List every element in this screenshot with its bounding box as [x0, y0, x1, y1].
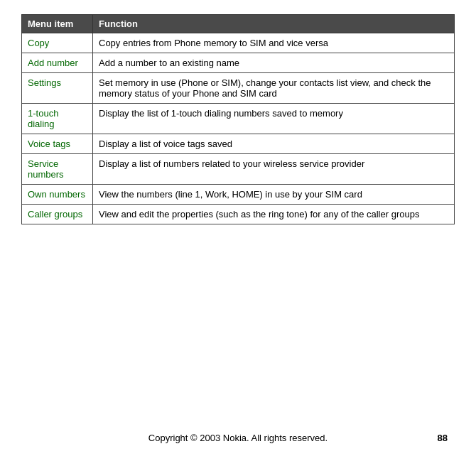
- table-row: Own numbersView the numbers (line 1, Wor…: [22, 185, 455, 205]
- function-cell: Set memory in use (Phone or SIM), change…: [93, 73, 455, 104]
- function-cell: Add a number to an existing name: [93, 53, 455, 73]
- menu-item-cell: Service numbers: [22, 154, 93, 185]
- table-row: 1-touch dialingDisplay the list of 1-tou…: [22, 104, 455, 134]
- header-menu-item: Menu item: [22, 15, 93, 33]
- footer: Copyright © 2003 Nokia. All rights reser…: [0, 418, 476, 443]
- menu-item-cell: Copy: [22, 33, 93, 53]
- menu-item-cell: Add number: [22, 53, 93, 73]
- header-function: Function: [93, 15, 455, 33]
- table-row: CopyCopy entries from Phone memory to SI…: [22, 33, 455, 53]
- menu-item-cell: Caller groups: [22, 205, 93, 224]
- menu-item-cell: 1-touch dialing: [22, 104, 93, 134]
- menu-item-cell: Settings: [22, 73, 93, 104]
- function-cell: Display a list of numbers related to you…: [93, 154, 455, 185]
- page-number: 88: [438, 433, 448, 443]
- function-cell: View the numbers (line 1, Work, HOME) in…: [93, 185, 455, 205]
- table-row: Add numberAdd a number to an existing na…: [22, 53, 455, 73]
- function-cell: Display the list of 1-touch dialing numb…: [93, 104, 455, 134]
- table-row: Service numbersDisplay a list of numbers…: [22, 154, 455, 185]
- function-cell: View and edit the properties (such as th…: [93, 205, 455, 224]
- table-row: SettingsSet memory in use (Phone or SIM)…: [22, 73, 455, 104]
- table-row: Voice tagsDisplay a list of voice tags s…: [22, 134, 455, 154]
- function-cell: Display a list of voice tags saved: [93, 134, 455, 154]
- copyright-text: Copyright © 2003 Nokia. All rights reser…: [148, 433, 328, 443]
- menu-item-cell: Own numbers: [22, 185, 93, 205]
- table-row: Caller groupsView and edit the propertie…: [22, 205, 455, 224]
- menu-item-cell: Voice tags: [22, 134, 93, 154]
- function-cell: Copy entries from Phone memory to SIM an…: [93, 33, 455, 53]
- menu-table: Menu item Function CopyCopy entries from…: [21, 14, 455, 224]
